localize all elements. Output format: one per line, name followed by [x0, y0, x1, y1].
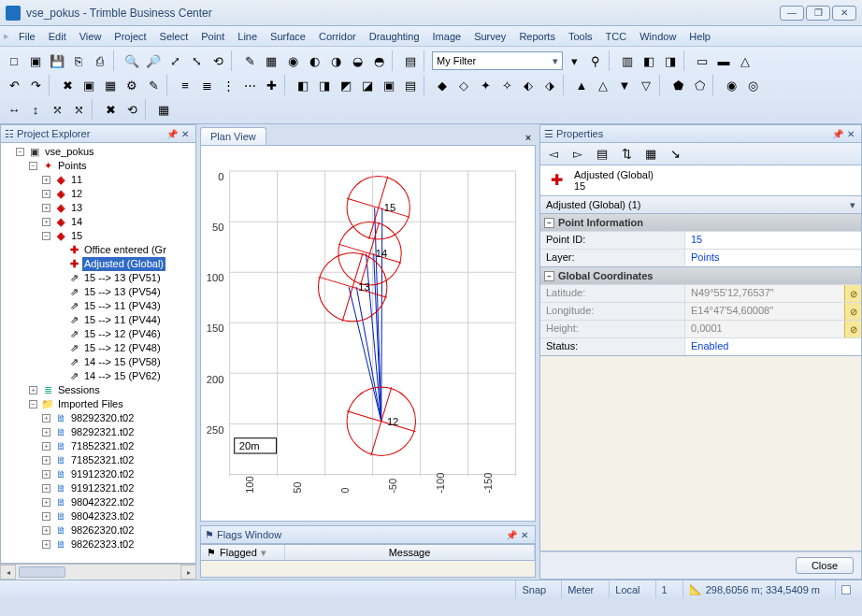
pin-icon[interactable]: 📌: [505, 528, 518, 541]
tree-item[interactable]: ⇗15 --> 13 (PV54): [55, 285, 194, 299]
close-icon[interactable]: ✕: [179, 127, 192, 140]
tree-item[interactable]: ⇗15 --> 11 (PV43): [55, 299, 194, 313]
tree-imported[interactable]: − 📁 Imported Files: [29, 397, 194, 411]
toolbar-button[interactable]: ⋯: [239, 75, 260, 95]
toolbar-button[interactable]: 💾: [47, 50, 67, 71]
toolbar-button[interactable]: ◪: [357, 75, 378, 95]
tree-file[interactable]: +🗎98042323.t02: [42, 509, 194, 523]
toolbar-button[interactable]: 🔎: [143, 50, 164, 71]
toolbar-button[interactable]: △: [735, 50, 755, 71]
expander-icon[interactable]: +: [42, 470, 50, 479]
toolbar-button[interactable]: ▼: [614, 75, 635, 95]
toolbar-button[interactable]: ✎: [143, 75, 164, 95]
toolbar-button[interactable]: ◨: [660, 50, 681, 71]
expander-icon[interactable]: +: [42, 498, 50, 507]
toolbar-button[interactable]: ✖: [100, 99, 121, 120]
scroll-right-icon[interactable]: ▸: [180, 565, 196, 580]
toolbar-button[interactable]: ◉: [721, 75, 741, 95]
toolbar-button[interactable]: ✚: [261, 75, 281, 95]
menu-select[interactable]: Select: [154, 29, 194, 44]
tree-item[interactable]: ⇗15 --> 11 (PV44): [55, 313, 194, 327]
toolbar-button[interactable]: ▽: [636, 75, 656, 95]
horizontal-scrollbar[interactable]: ◂ ▸: [0, 564, 196, 580]
toolbar-button[interactable]: ⟲: [122, 99, 142, 120]
menu-window[interactable]: Window: [634, 29, 682, 44]
expander-icon[interactable]: −: [29, 162, 37, 170]
menu-point[interactable]: Point: [195, 29, 230, 44]
plan-view-canvas[interactable]: 050100150200250100500-50-100-15015141312…: [200, 145, 536, 522]
toolbar-button[interactable]: ⤱: [47, 99, 67, 120]
lock-icon[interactable]: ⊘: [844, 303, 861, 320]
tree-file[interactable]: +🗎71852321.t02: [42, 439, 194, 453]
lock-icon[interactable]: ⊘: [844, 285, 861, 302]
toolbar-button[interactable]: △: [593, 75, 613, 95]
expander-icon[interactable]: +: [29, 386, 37, 394]
toolbar-button[interactable]: ▭: [692, 50, 712, 71]
toolbar-button[interactable]: ↶: [4, 75, 24, 95]
menu-reports[interactable]: Reports: [513, 29, 561, 44]
tree-point[interactable]: +◈12: [42, 187, 194, 201]
toolbar-button[interactable]: ↔: [4, 99, 24, 120]
menu-view[interactable]: View: [74, 29, 108, 44]
tree-point[interactable]: +◈14: [42, 215, 194, 229]
toolbar-button[interactable]: ◧: [639, 50, 659, 71]
close-icon[interactable]: ✕: [844, 127, 857, 140]
toolbar-button[interactable]: ▣: [25, 50, 46, 71]
tree-root[interactable]: − ▣ vse_pokus: [16, 145, 194, 159]
expander-icon[interactable]: +: [42, 512, 50, 521]
expander-icon[interactable]: −: [42, 232, 50, 240]
toolbar-button[interactable]: ▦: [261, 50, 281, 71]
menu-tcc[interactable]: TCC: [600, 29, 633, 44]
point-id-field[interactable]: 15: [685, 232, 861, 249]
toolbar-button[interactable]: ▦: [153, 99, 174, 120]
menu-image[interactable]: Image: [427, 29, 467, 44]
toolbar-button[interactable]: ◓: [368, 50, 389, 71]
expander-icon[interactable]: +: [42, 414, 50, 423]
nav-fwd-icon[interactable]: ▻: [568, 145, 587, 164]
collapse-icon[interactable]: −: [544, 271, 554, 281]
tab-plan-view[interactable]: Plan View: [200, 127, 266, 145]
expander-icon[interactable]: −: [29, 400, 37, 408]
expand-icon[interactable]: ↘: [666, 145, 684, 164]
toolbar-button[interactable]: ◨: [314, 75, 335, 95]
toolbar-button[interactable]: ⬖: [518, 75, 539, 95]
tree-point[interactable]: +◈11: [42, 173, 194, 187]
toolbar-button[interactable]: ▬: [713, 50, 734, 71]
maximize-button[interactable]: ❐: [806, 6, 830, 21]
menu-edit[interactable]: Edit: [43, 29, 72, 44]
filter-icon[interactable]: ▦: [641, 145, 660, 164]
menu-surface[interactable]: Surface: [265, 29, 311, 44]
toolbar-button[interactable]: ▦: [100, 75, 121, 95]
status-snap[interactable]: Snap: [515, 580, 552, 598]
tree-file[interactable]: +🗎91912320.t02: [42, 467, 194, 481]
tree-file[interactable]: +🗎98262320.t02: [42, 523, 194, 537]
expander-icon[interactable]: +: [42, 176, 50, 184]
toolbar-button[interactable]: ⤲: [68, 99, 89, 120]
menu-project[interactable]: Project: [108, 29, 151, 44]
expander-icon[interactable]: +: [42, 428, 50, 437]
toolbar-button[interactable]: ◑: [325, 50, 346, 71]
tree-point[interactable]: −◈15: [42, 229, 194, 243]
tree-item[interactable]: ⇗15 --> 12 (PV48): [55, 341, 194, 355]
expander-icon[interactable]: +: [42, 540, 50, 549]
menu-file[interactable]: File: [13, 29, 41, 44]
tree-points[interactable]: − ✦ Points: [29, 159, 194, 173]
expander-icon[interactable]: +: [42, 218, 50, 226]
tree-item[interactable]: ⇗14 --> 15 (PV62): [55, 369, 194, 383]
tree-item[interactable]: ✚Office entered (Gr: [55, 243, 194, 257]
tree-item[interactable]: ⇗14 --> 15 (PV58): [55, 355, 194, 369]
menu-corridor[interactable]: Corridor: [313, 29, 362, 44]
toolbar-button[interactable]: ▣: [379, 75, 399, 95]
toolbar-button[interactable]: ⤡: [186, 50, 207, 71]
expander-icon[interactable]: +: [42, 526, 50, 535]
expander-icon[interactable]: +: [42, 456, 50, 465]
expander-icon[interactable]: +: [42, 484, 50, 493]
status-checkbox[interactable]: [841, 585, 851, 595]
categorize-icon[interactable]: ▤: [593, 145, 611, 164]
minimize-button[interactable]: —: [780, 6, 804, 21]
col-flagged[interactable]: ⚑ Flagged▾: [201, 545, 285, 560]
menu-tools[interactable]: Tools: [563, 29, 598, 44]
expander-icon[interactable]: +: [42, 204, 50, 212]
toolbar-button[interactable]: ⎘: [68, 50, 89, 71]
toolbar-button[interactable]: ▣: [79, 75, 99, 95]
